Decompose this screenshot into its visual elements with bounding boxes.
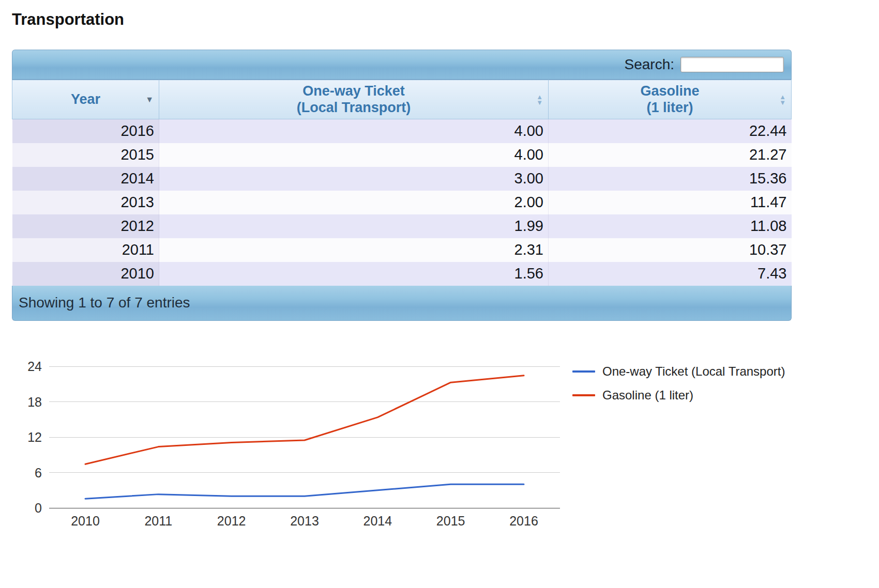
cell-year: 2011: [12, 238, 159, 262]
cell-year: 2013: [12, 191, 159, 214]
x-tick-label: 2010: [71, 514, 100, 528]
page-title: Transportation: [12, 10, 867, 29]
sort-both-icon: ▲▼: [779, 94, 786, 105]
cell-year: 2016: [12, 119, 159, 143]
series-line: [85, 484, 524, 499]
y-tick-label: 24: [27, 359, 42, 374]
table-footer: Showing 1 to 7 of 7 entries: [12, 286, 792, 321]
legend-item: Gasoline (1 liter): [572, 388, 785, 403]
cell-gasoline: 21.27: [549, 143, 792, 167]
legend-line-swatch: [572, 370, 595, 373]
legend-label: Gasoline (1 liter): [602, 388, 693, 403]
cell-year: 2015: [12, 143, 159, 167]
cell-ticket: 2.00: [159, 191, 549, 214]
data-table: Year▼One-way Ticket (Local Transport)▲▼G…: [12, 80, 792, 286]
search-input[interactable]: [680, 57, 784, 72]
cell-year: 2010: [12, 262, 159, 286]
header-row: Year▼One-way Ticket (Local Transport)▲▼G…: [12, 80, 792, 119]
column-header-ticket[interactable]: One-way Ticket (Local Transport)▲▼: [159, 80, 549, 119]
cell-gasoline: 7.43: [549, 262, 792, 286]
legend-line-swatch: [572, 394, 595, 396]
cell-ticket: 2.31: [159, 238, 549, 262]
cell-ticket: 1.56: [159, 262, 549, 286]
sort-both-icon: ▲▼: [536, 94, 543, 105]
chart-legend: One-way Ticket (Local Transport)Gasoline…: [572, 354, 785, 532]
x-tick-label: 2014: [363, 514, 392, 528]
table-row: 20164.0022.44: [12, 119, 792, 143]
column-header-year[interactable]: Year▼: [12, 80, 159, 119]
chart-section: 061218242010201120122013201420152016 One…: [22, 354, 867, 532]
table-header: Year▼One-way Ticket (Local Transport)▲▼G…: [12, 80, 792, 119]
x-tick-label: 2015: [436, 514, 465, 528]
table-row: 20101.567.43: [12, 262, 792, 286]
table-row: 20143.0015.36: [12, 167, 792, 191]
cell-gasoline: 15.36: [549, 167, 792, 191]
cell-ticket: 1.99: [159, 214, 549, 238]
cell-year: 2014: [12, 167, 159, 191]
table-body: 20164.0022.4420154.0021.2720143.0015.362…: [12, 119, 792, 286]
x-tick-label: 2013: [290, 514, 319, 528]
table-row: 20154.0021.27: [12, 143, 792, 167]
table-toolbar: Search:: [12, 50, 792, 80]
y-tick-label: 6: [35, 465, 42, 479]
line-chart: 061218242010201120122013201420152016: [22, 354, 565, 532]
x-tick-label: 2012: [217, 514, 246, 528]
y-tick-label: 18: [27, 394, 42, 409]
search-label: Search:: [625, 56, 675, 73]
cell-year: 2012: [12, 214, 159, 238]
y-tick-label: 0: [35, 501, 42, 515]
column-header-gasoline[interactable]: Gasoline (1 liter)▲▼: [549, 80, 792, 119]
cell-gasoline: 11.47: [549, 191, 792, 214]
table-row: 20112.3110.37: [12, 238, 792, 262]
x-tick-label: 2016: [509, 514, 538, 528]
cell-gasoline: 22.44: [549, 119, 792, 143]
cell-ticket: 3.00: [159, 167, 549, 191]
y-tick-label: 12: [27, 430, 42, 444]
column-label: Gasoline (1 liter): [640, 83, 699, 116]
series-line: [85, 375, 524, 463]
cell-ticket: 4.00: [159, 143, 549, 167]
page: Transportation Search: Year▼One-way Tick…: [0, 0, 879, 532]
column-label: Year: [71, 91, 100, 108]
table-row: 20121.9911.08: [12, 214, 792, 238]
table-row: 20132.0011.47: [12, 191, 792, 214]
sort-desc-icon: ▼: [145, 95, 154, 104]
cell-gasoline: 10.37: [549, 238, 792, 262]
legend-item: One-way Ticket (Local Transport): [572, 364, 785, 379]
cell-gasoline: 11.08: [549, 214, 792, 238]
cell-ticket: 4.00: [159, 119, 549, 143]
legend-label: One-way Ticket (Local Transport): [602, 364, 785, 379]
transportation-table: Search: Year▼One-way Ticket (Local Trans…: [12, 50, 792, 321]
x-tick-label: 2011: [144, 514, 172, 528]
table-info-text: Showing 1 to 7 of 7 entries: [19, 295, 190, 311]
column-label: One-way Ticket (Local Transport): [297, 83, 411, 116]
